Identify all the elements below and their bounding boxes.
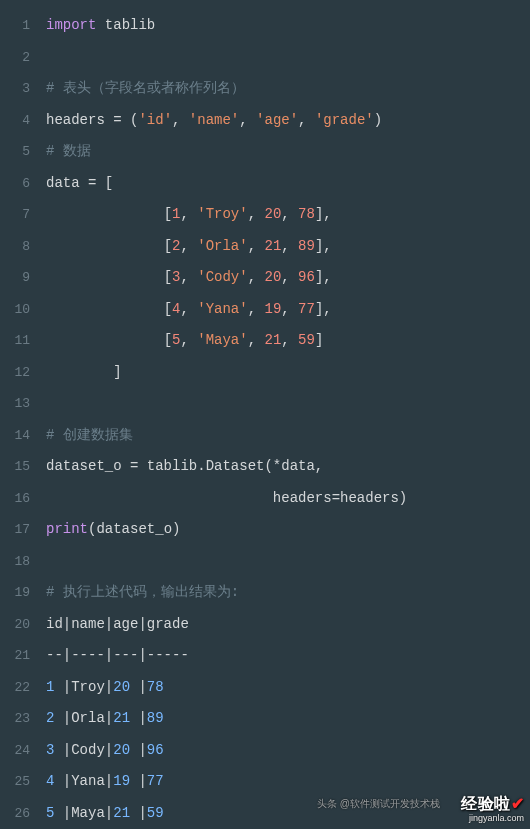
code-line: # 创建数据集 — [46, 420, 530, 452]
code-text: headers = ( — [46, 112, 138, 128]
br: ], — [315, 301, 332, 317]
code-text: dataset_o = tablib.Dataset(*data, — [46, 458, 323, 474]
out-grade: 89 — [147, 710, 164, 726]
int: 21 — [264, 332, 281, 348]
line-number-gutter: 1234567891011121314151617181920212223242… — [0, 0, 38, 829]
punct: ) — [374, 112, 382, 128]
output-header: id|name|age|grade — [46, 616, 189, 632]
int: 96 — [298, 269, 315, 285]
code-line: [4, 'Yana', 19, 77], — [46, 294, 530, 326]
line-number: 24 — [0, 735, 38, 767]
int: 21 — [264, 238, 281, 254]
code-line — [46, 546, 530, 578]
pipe: | — [138, 742, 146, 758]
string: 'id' — [138, 112, 172, 128]
line-number: 23 — [0, 703, 38, 735]
out-id: 3 — [46, 742, 63, 758]
line-number: 22 — [0, 672, 38, 704]
int: 78 — [298, 206, 315, 222]
line-number: 25 — [0, 766, 38, 798]
line-number: 11 — [0, 325, 38, 357]
code-line: # 表头（字段名或者称作列名） — [46, 73, 530, 105]
line-number: 20 — [0, 609, 38, 641]
comma: , — [281, 332, 298, 348]
out-id: 4 — [46, 773, 63, 789]
br: ] — [315, 332, 323, 348]
line-number: 18 — [0, 546, 38, 578]
pipe: | — [138, 805, 146, 821]
line-number: 19 — [0, 577, 38, 609]
line-number: 8 — [0, 231, 38, 263]
line-number: 7 — [0, 199, 38, 231]
code-line: headers = ('id', 'name', 'age', 'grade') — [46, 105, 530, 137]
br: [ — [164, 332, 172, 348]
output-sep: --|----|---|----- — [46, 647, 189, 663]
indent — [46, 269, 164, 285]
line-number: 1 — [0, 10, 38, 42]
code-line: [5, 'Maya', 21, 59] — [46, 325, 530, 357]
code-line: id|name|age|grade — [46, 609, 530, 641]
comma: , — [180, 269, 197, 285]
string: 'Cody' — [197, 269, 247, 285]
comma: , — [248, 269, 265, 285]
out-age: 21 — [113, 710, 138, 726]
pipe: | — [138, 710, 146, 726]
string: 'grade' — [315, 112, 374, 128]
indent — [46, 332, 164, 348]
indent — [46, 238, 164, 254]
code-line: dataset_o = tablib.Dataset(*data, — [46, 451, 530, 483]
out-age: 19 — [113, 773, 138, 789]
line-number: 2 — [0, 42, 38, 74]
comma: , — [281, 301, 298, 317]
string: 'name' — [189, 112, 239, 128]
out-grade: 59 — [147, 805, 164, 821]
code-editor: 1234567891011121314151617181920212223242… — [0, 0, 530, 829]
code-line — [46, 42, 530, 74]
comma: , — [281, 206, 298, 222]
br: ], — [315, 238, 332, 254]
code-line: data = [ — [46, 168, 530, 200]
code-text: (dataset_o) — [88, 521, 180, 537]
out-txt: |Cody| — [63, 742, 113, 758]
indent — [46, 206, 164, 222]
line-number: 14 — [0, 420, 38, 452]
line-number: 10 — [0, 294, 38, 326]
code-line: 2 |Orla|21 |89 — [46, 703, 530, 735]
indent — [46, 301, 164, 317]
code-line: 4 |Yana|19 |77 — [46, 766, 530, 798]
code-text: data = [ — [46, 175, 113, 191]
code-line: --|----|---|----- — [46, 640, 530, 672]
pipe: | — [138, 679, 146, 695]
code-line: 1 |Troy|20 |78 — [46, 672, 530, 704]
comment: # 执行上述代码，输出结果为: — [46, 584, 239, 600]
comment: # 表头（字段名或者称作列名） — [46, 80, 245, 96]
comma: , — [180, 332, 197, 348]
line-number: 26 — [0, 798, 38, 830]
br: [ — [164, 269, 172, 285]
code-line: headers=headers) — [46, 483, 530, 515]
comma: , — [248, 332, 265, 348]
line-number: 15 — [0, 451, 38, 483]
out-grade: 77 — [147, 773, 164, 789]
line-number: 13 — [0, 388, 38, 420]
out-grade: 96 — [147, 742, 164, 758]
comma: , — [180, 238, 197, 254]
line-number: 5 — [0, 136, 38, 168]
comma: , — [281, 238, 298, 254]
line-number: 3 — [0, 73, 38, 105]
br: [ — [164, 301, 172, 317]
comma: , — [248, 301, 265, 317]
comma: , — [281, 269, 298, 285]
code-line: [3, 'Cody', 20, 96], — [46, 262, 530, 294]
punct: , — [239, 112, 256, 128]
pipe: | — [138, 773, 146, 789]
out-txt: |Yana| — [63, 773, 113, 789]
line-number: 21 — [0, 640, 38, 672]
comma: , — [248, 206, 265, 222]
code-line — [46, 388, 530, 420]
code-line: 5 |Maya|21 |59 — [46, 798, 530, 830]
code-line: 3 |Cody|20 |96 — [46, 735, 530, 767]
code-line: # 数据 — [46, 136, 530, 168]
indent — [46, 490, 273, 506]
out-id: 1 — [46, 679, 63, 695]
